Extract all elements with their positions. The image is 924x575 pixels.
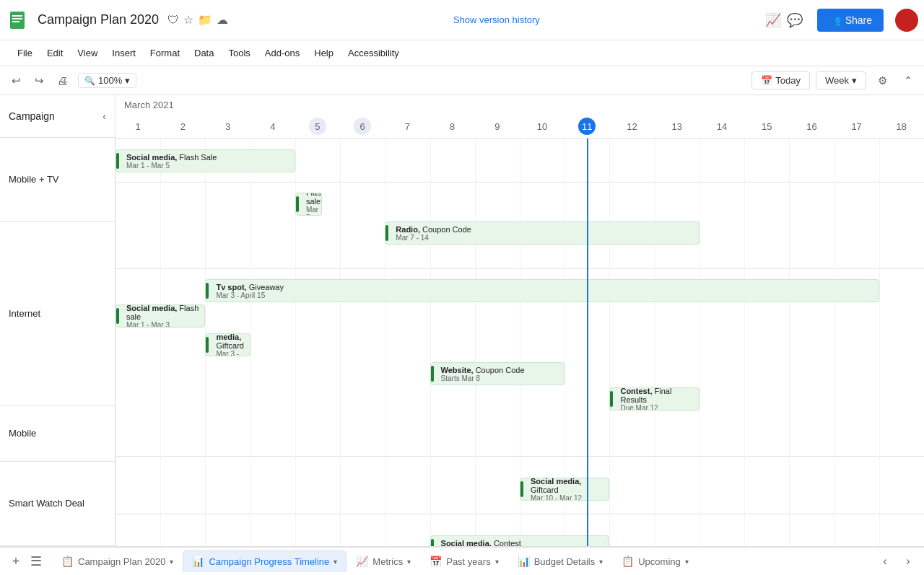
day-col-6: 6 [340,115,385,138]
calendar-icon: 📅 [761,75,772,86]
day-col-15: 15 [744,115,789,138]
svg-rect-0 [10,12,25,29]
svg-rect-1 [12,15,22,17]
menu-data[interactable]: Data [188,45,219,61]
tab-past-years-icon: 📅 [430,556,442,567]
tab-metrics-label: Metrics [372,556,403,567]
menu-tools[interactable]: Tools [222,45,256,61]
grid-line-7 [385,139,385,546]
tab-campaign-plan-icon: 📋 [61,556,74,567]
day-col-10: 10 [520,115,565,138]
menu-insert[interactable]: Insert [106,45,141,61]
comment-icon[interactable]: 💬 [787,12,803,28]
grid-line-15 [744,139,745,546]
timeline-body: Social media, Flash SaleMar 1 - Mar 5Soc… [116,139,924,546]
grid-line-17 [834,139,835,546]
tab-campaign-timeline-icon: 📊 [192,556,204,567]
tab-upcoming-label: Upcoming [638,556,681,567]
timeline-header: March 2021 123456789101112131415161718 [116,95,924,139]
tab-campaign-timeline-dropdown[interactable]: ▾ [334,558,337,566]
day-col-11: 11 [565,115,609,138]
main-content: Campaign ‹ Mobile + TV Internet Mobile S… [0,95,924,546]
grid-line-14 [699,139,700,546]
sidebar-collapse-icon[interactable]: ‹ [103,110,106,122]
event-bar-e10[interactable]: Social media, ContestMar 1 - Mar 5 [430,535,610,546]
day-col-7: 7 [385,115,430,138]
sidebar-header: Campaign ‹ [0,95,115,138]
event-bar-e7[interactable]: Website, Coupon CodeStarts Mar 8 [430,362,565,385]
grid-line-16 [789,139,790,546]
menu-addons[interactable]: Add-ons [259,45,305,61]
day-col-8: 8 [430,115,475,138]
undo-button[interactable]: ↩ [6,71,26,91]
week-button[interactable]: Week ▾ [816,71,866,89]
settings-button[interactable]: ⚙ [872,71,892,91]
today-button[interactable]: 📅 Today [751,71,810,89]
star-icon[interactable]: ☆ [183,13,193,27]
grid-line-8 [430,139,431,546]
menu-help[interactable]: Help [308,45,339,61]
event-bar-e1[interactable]: Social media, Flash SaleMar 1 - Mar 5 [116,149,295,172]
grid-line-4 [250,139,251,546]
event-bar-e5[interactable]: Social media, Flash saleMar 1 - Mar 3 [116,304,205,328]
zoom-icon: 🔍 [84,76,95,86]
menu-file[interactable]: File [12,45,38,61]
sheet-menu-button[interactable]: ☰ [26,551,46,571]
sidebar-item-internet: Internet [0,222,115,405]
menu-format[interactable]: Format [144,45,186,61]
tab-campaign-timeline[interactable]: 📊 Campaign Progress Timeline ▾ [183,550,346,572]
grid-line-1 [116,139,116,546]
menu-edit[interactable]: Edit [41,45,69,61]
tab-past-years[interactable]: 📅 Past years ▾ [420,550,507,572]
day-col-14: 14 [699,115,744,138]
print-button[interactable]: 🖨 [52,71,72,91]
event-bar-e3[interactable]: Radio, Coupon CodeMar 7 - 14 [385,221,699,245]
menu-accessibility[interactable]: Accessibility [342,45,405,61]
tab-past-years-dropdown[interactable]: ▾ [495,558,499,566]
tab-prev-button[interactable]: ‹ [875,551,895,571]
tab-upcoming[interactable]: 📋 Upcoming ▾ [612,550,698,572]
day-col-3: 3 [205,115,250,138]
cloud-icon[interactable]: ☁ [217,13,228,27]
day-col-4: 4 [250,115,295,138]
tab-upcoming-dropdown[interactable]: ▾ [685,558,689,566]
tab-campaign-plan-label: Campaign Plan 2020 [78,556,165,567]
event-bar-e2[interactable]: Social media, Flash saleMar 5 - Mar 5 [295,193,322,216]
svg-rect-2 [12,18,22,19]
event-bar-e6[interactable]: Social media, GiftcardMar 3 - Mar 4 [205,333,250,356]
share-button[interactable]: 👥 Share [817,9,884,32]
tab-budget-details[interactable]: 📊 Budget Details ▾ [508,550,613,572]
grid-line-6 [340,139,341,546]
event-bar-e9[interactable]: Social media, GiftcardMar 10 - Mar 12 [520,478,609,501]
grid-line-13 [655,139,655,546]
add-sheet-button[interactable]: + [6,551,26,571]
top-bar: Campaign Plan 2020 🛡 ☆ 📁 ☁ Show version … [0,0,924,40]
tab-campaign-plan-dropdown[interactable]: ▾ [170,558,173,566]
sidebar-item-smart-watch: Smart Watch Deal [0,462,115,546]
sidebar-campaign-label: Campaign [9,110,55,122]
day-labels: 123456789101112131415161718 [116,115,924,138]
bottom-tabs: + ☰ 📋 Campaign Plan 2020 ▾ 📊 Campaign Pr… [0,546,924,575]
week-chevron: ▾ [852,75,857,86]
version-history-link[interactable]: Show version history [453,14,540,25]
day-col-9: 9 [475,115,520,138]
tab-metrics-icon: 📈 [356,556,368,567]
folder-icon[interactable]: 📁 [198,13,212,27]
redo-button[interactable]: ↪ [29,71,49,91]
day-col-16: 16 [789,115,834,138]
tab-next-button[interactable]: › [898,551,918,571]
day-col-17: 17 [834,115,879,138]
menu-view[interactable]: View [71,45,103,61]
event-bar-e4[interactable]: Tv spot, GiveawayMar 3 - April 15 [205,279,879,302]
tab-metrics[interactable]: 📈 Metrics ▾ [346,550,420,572]
grid-line-9 [475,139,476,546]
tab-metrics-dropdown[interactable]: ▾ [407,558,411,566]
protected-icon[interactable]: 🛡 [167,14,179,27]
chart-icon[interactable]: 📈 [765,12,781,28]
event-bar-e8[interactable]: Contest, Final ResultsDue Mar 12 [609,387,699,411]
zoom-control[interactable]: 🔍 100% ▾ [78,73,136,88]
zoom-value: 100% [98,75,122,86]
tab-campaign-plan[interactable]: 📋 Campaign Plan 2020 ▾ [52,550,183,572]
collapse-button[interactable]: ⌃ [898,71,918,91]
tab-budget-details-dropdown[interactable]: ▾ [599,558,603,566]
